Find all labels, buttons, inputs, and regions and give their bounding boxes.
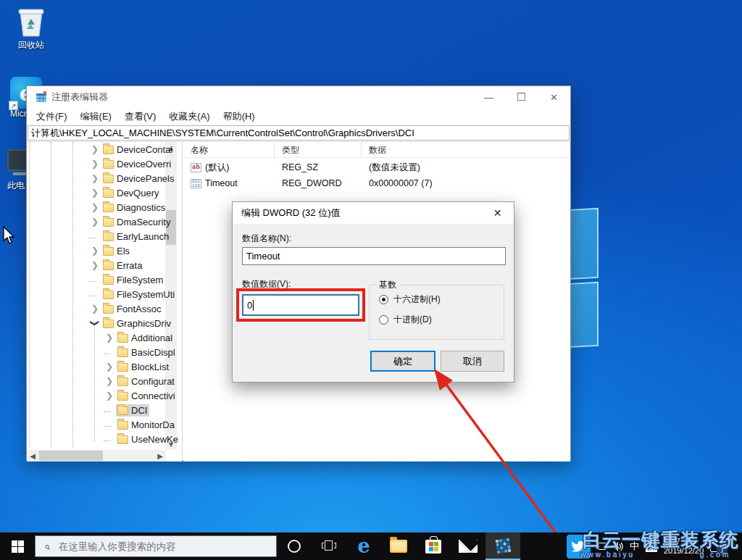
- tree-node-Configurat[interactable]: Configurat: [116, 375, 177, 388]
- tree-row[interactable]: ❯DeviceOverri: [27, 158, 166, 172]
- expand-icon[interactable]: ❯: [105, 333, 114, 343]
- tree-row[interactable]: EarlyLaunch: [27, 230, 166, 245]
- collapse-icon[interactable]: ❯: [90, 319, 100, 327]
- tree-node-GraphicsDriv[interactable]: GraphicsDriv: [101, 317, 173, 330]
- tree-row[interactable]: ❯Connectivi: [27, 390, 166, 404]
- expand-icon[interactable]: ❯: [91, 260, 99, 270]
- tree-node-FileSystemUti[interactable]: FileSystemUti: [101, 288, 177, 301]
- column-header-2[interactable]: 数据: [362, 142, 570, 157]
- tree-node-BlockList[interactable]: BlockList: [116, 361, 171, 373]
- tree-row[interactable]: MonitorDa: [27, 419, 166, 433]
- tree-node-Els[interactable]: Els: [101, 245, 132, 257]
- task-view-button[interactable]: [312, 532, 346, 560]
- ime-pinyin-badge[interactable]: 拼: [646, 541, 657, 552]
- cortana-button[interactable]: [277, 532, 312, 560]
- menu-item-1[interactable]: 编辑(E): [74, 108, 118, 125]
- dialog-titlebar[interactable]: 编辑 DWORD (32 位)值: [233, 202, 514, 224]
- tree-node-Errata[interactable]: Errata: [101, 259, 144, 272]
- tree-row[interactable]: ❯Errata: [27, 259, 166, 274]
- radio-hexadecimal[interactable]: 十六进制(H): [379, 293, 441, 306]
- tree-node-DCI[interactable]: DCI: [116, 404, 149, 417]
- tree-node-DeviceOverri[interactable]: DeviceOverri: [101, 158, 173, 170]
- desktop-icon-recycle-bin[interactable]: 回收站: [7, 4, 55, 51]
- expand-icon[interactable]: ❯: [105, 376, 114, 386]
- scrollbar-thumb[interactable]: [39, 451, 103, 461]
- start-button[interactable]: [0, 532, 35, 560]
- expand-icon[interactable]: ❯: [91, 144, 99, 154]
- tree-row[interactable]: ❯DevQuery: [27, 187, 166, 201]
- value-row-(默认)[interactable]: ab(默认)REG_SZ(数值未设置): [183, 159, 570, 175]
- tree-row[interactable]: ❯DmaSecurity: [27, 216, 166, 230]
- address-input[interactable]: [28, 125, 570, 141]
- tree-node-FileSystem[interactable]: FileSystem: [101, 274, 165, 286]
- radio-decimal[interactable]: 十进制(D): [379, 314, 432, 326]
- value-name-field[interactable]: Timeout: [242, 247, 506, 265]
- tree-node-FontAssoc[interactable]: FontAssoc: [101, 303, 163, 315]
- tray-app-icon[interactable]: [599, 543, 606, 550]
- tree-row[interactable]: BasicDispl: [27, 346, 166, 361]
- ok-button[interactable]: 确定: [370, 351, 435, 372]
- store-button[interactable]: [416, 532, 451, 560]
- menu-item-0[interactable]: 文件(F): [30, 108, 74, 125]
- column-header-1[interactable]: 类型: [275, 142, 362, 157]
- edge-taskbar-button[interactable]: e: [346, 532, 381, 560]
- minimize-button[interactable]: —: [472, 86, 505, 108]
- file-explorer-button[interactable]: [381, 532, 416, 560]
- tree-node-EarlyLaunch[interactable]: EarlyLaunch: [101, 230, 171, 243]
- expand-icon[interactable]: ❯: [105, 390, 114, 401]
- tree-row[interactable]: ❯DevicePanels: [27, 172, 166, 187]
- value-row-Timeout[interactable]: 011110TimeoutREG_DWORD0x00000007 (7): [183, 175, 570, 191]
- tree-node-DevicePanels[interactable]: DevicePanels: [101, 172, 177, 185]
- tree-row[interactable]: FileSystem: [27, 274, 166, 288]
- action-center-icon[interactable]: 1: [710, 541, 722, 552]
- search-input[interactable]: [57, 540, 253, 553]
- tree-row[interactable]: ❯Additional: [27, 332, 166, 346]
- dialog-close-button[interactable]: ✕: [481, 202, 514, 224]
- tree-row[interactable]: ❯DeviceContai: [27, 143, 166, 158]
- tree-node-BasicDispl[interactable]: BasicDispl: [116, 346, 178, 359]
- taskbar-search[interactable]: ⌕: [35, 535, 277, 557]
- tree-horizontal-scrollbar[interactable]: ◀ ▶: [27, 450, 166, 461]
- regedit-taskbar-button[interactable]: [485, 532, 520, 560]
- expand-icon[interactable]: ❯: [105, 362, 114, 372]
- tree-row[interactable]: ❯FontAssoc: [27, 303, 166, 317]
- scroll-right-arrow[interactable]: ▶: [154, 450, 166, 461]
- expand-icon[interactable]: ❯: [91, 304, 99, 314]
- menu-item-3[interactable]: 收藏夹(A): [162, 108, 216, 125]
- menu-item-2[interactable]: 查看(V): [118, 108, 162, 125]
- tree-node-DmaSecurity[interactable]: DmaSecurity: [101, 216, 172, 228]
- menu-item-4[interactable]: 帮助(H): [217, 108, 262, 125]
- tree-row[interactable]: DCI: [27, 404, 166, 419]
- tree-node-Additional[interactable]: Additional: [116, 332, 175, 344]
- twitter-button[interactable]: [562, 532, 594, 560]
- tree-row[interactable]: ❯Configurat: [27, 375, 166, 390]
- expand-icon[interactable]: ❯: [91, 202, 99, 212]
- window-titlebar[interactable]: 注册表编辑器 — ☐ ✕: [27, 86, 570, 108]
- tree-row[interactable]: ❯Diagnostics: [27, 201, 166, 216]
- tree-node-DevQuery[interactable]: DevQuery: [101, 187, 162, 199]
- mail-button[interactable]: [451, 532, 485, 560]
- volume-icon[interactable]: [612, 542, 623, 551]
- close-button[interactable]: ✕: [538, 86, 570, 108]
- expand-icon[interactable]: ❯: [91, 173, 99, 183]
- tree-node-MonitorDa[interactable]: MonitorDa: [116, 419, 177, 431]
- ime-mode-indicator[interactable]: 中: [630, 540, 639, 553]
- tree-row[interactable]: ❯GraphicsDriv: [27, 317, 166, 332]
- tree-row[interactable]: UseNewKe: [27, 433, 166, 448]
- scroll-left-arrow[interactable]: ◀: [27, 450, 38, 461]
- expand-icon[interactable]: ❯: [91, 188, 99, 198]
- tree-row[interactable]: ❯BlockList: [27, 361, 166, 375]
- expand-icon[interactable]: ❯: [91, 159, 99, 169]
- expand-icon[interactable]: ❯: [91, 246, 99, 256]
- tree-node-DeviceContai[interactable]: DeviceContai: [101, 143, 175, 156]
- tree-node-UseNewKe[interactable]: UseNewKe: [116, 433, 180, 446]
- column-header-0[interactable]: 名称: [183, 142, 275, 157]
- taskbar-clock[interactable]: 7:27 2019/12/20: [664, 537, 704, 556]
- tree-node-Connectivi[interactable]: Connectivi: [116, 390, 178, 402]
- expand-icon[interactable]: ❯: [91, 217, 99, 227]
- value-data-field[interactable]: 0: [242, 294, 359, 316]
- maximize-button[interactable]: ☐: [505, 86, 538, 108]
- tree-node-Diagnostics[interactable]: Diagnostics: [101, 201, 167, 214]
- cancel-button[interactable]: 取消: [441, 351, 504, 372]
- tree-row[interactable]: ❯Els: [27, 245, 166, 259]
